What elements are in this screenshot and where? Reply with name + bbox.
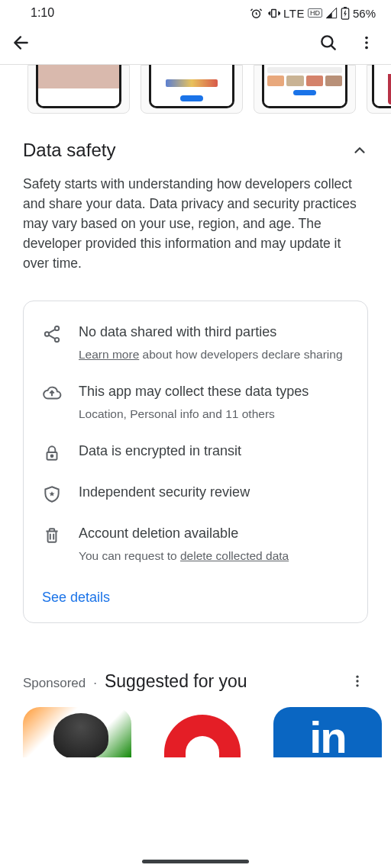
see-details-button[interactable]: See details	[42, 583, 349, 606]
data-safety-description: Safety starts with understanding how dev…	[23, 175, 368, 273]
more-button[interactable]	[356, 32, 377, 53]
suggested-title: Suggested for you	[105, 671, 247, 692]
safety-item-subtitle: Learn more about how developers declare …	[79, 346, 349, 363]
svg-point-13	[356, 676, 358, 678]
safety-item-subtitle: You can request to delete collected data	[79, 548, 349, 564]
sponsored-more-button[interactable]	[347, 670, 368, 692]
back-button[interactable]	[11, 32, 32, 53]
data-safety-section: Data safety Safety starts with understan…	[0, 121, 391, 273]
screenshots-row[interactable]	[0, 65, 391, 121]
shield-star-icon	[42, 484, 62, 504]
share-icon	[42, 324, 62, 344]
battery-percent: 56%	[353, 7, 376, 20]
screenshot-thumbnail[interactable]	[254, 65, 356, 114]
screenshot-thumbnail[interactable]	[367, 65, 391, 114]
svg-point-15	[356, 685, 358, 687]
safety-item-title: No data shared with third parties	[79, 323, 349, 341]
suggested-app-card[interactable]	[148, 707, 257, 757]
suggested-apps-row[interactable]: in	[0, 692, 391, 757]
network-label: LTE	[283, 7, 305, 20]
alarm-icon	[250, 7, 263, 20]
status-right: LTE HD 56%	[250, 7, 376, 20]
safety-item-deletion: Account deletion available You can reque…	[42, 524, 349, 564]
vibrate-icon	[267, 7, 280, 20]
learn-more-link[interactable]: Learn more	[79, 348, 139, 361]
data-safety-header[interactable]: Data safety	[23, 140, 368, 161]
cloud-upload-icon	[42, 384, 62, 403]
svg-rect-1	[272, 9, 276, 17]
safety-item-security: Independent security review	[42, 483, 349, 504]
search-button[interactable]	[318, 32, 339, 53]
screenshot-thumbnail[interactable]	[141, 65, 243, 114]
svg-rect-3	[344, 7, 347, 8]
trash-icon	[42, 526, 62, 545]
safety-item-encryption: Data is encrypted in transit	[42, 442, 349, 463]
separator-dot: ·	[93, 676, 97, 691]
section-title: Data safety	[23, 140, 115, 161]
sponsored-header: Sponsored · Suggested for you	[0, 623, 391, 692]
clock: 1:10	[31, 6, 54, 20]
safety-item-title: Account deletion available	[79, 524, 349, 542]
app-bar	[0, 24, 391, 64]
svg-point-12	[51, 455, 53, 458]
svg-point-7	[365, 47, 368, 50]
data-safety-card: No data shared with third parties Learn …	[23, 301, 368, 623]
network-badge: HD	[308, 8, 322, 18]
svg-point-9	[45, 333, 49, 336]
sponsored-label: Sponsored	[23, 676, 86, 691]
suggested-app-card[interactable]: in	[273, 707, 382, 757]
svg-point-8	[55, 326, 59, 330]
chevron-up-icon	[351, 142, 368, 159]
svg-point-14	[356, 680, 358, 683]
suggested-app-card[interactable]	[23, 707, 131, 757]
delete-data-link[interactable]: delete collected data	[180, 549, 289, 562]
safety-item-title: This app may collect these data types	[79, 382, 349, 400]
signal-icon	[325, 7, 338, 19]
safety-item-title: Data is encrypted in transit	[79, 442, 349, 460]
nav-indicator	[142, 860, 249, 863]
battery-icon	[341, 7, 350, 20]
screenshot-thumbnail[interactable]	[27, 65, 130, 114]
status-bar: 1:10 LTE HD 56%	[0, 0, 391, 24]
safety-item-subtitle: Location, Personal info and 11 others	[79, 406, 349, 423]
lock-icon	[42, 443, 62, 463]
svg-point-6	[365, 41, 368, 44]
svg-point-10	[55, 338, 59, 342]
safety-item-title: Independent security review	[79, 483, 349, 501]
svg-point-5	[365, 37, 368, 40]
safety-item-collection: This app may collect these data types Lo…	[42, 382, 349, 422]
safety-item-sharing: No data shared with third parties Learn …	[42, 323, 349, 362]
